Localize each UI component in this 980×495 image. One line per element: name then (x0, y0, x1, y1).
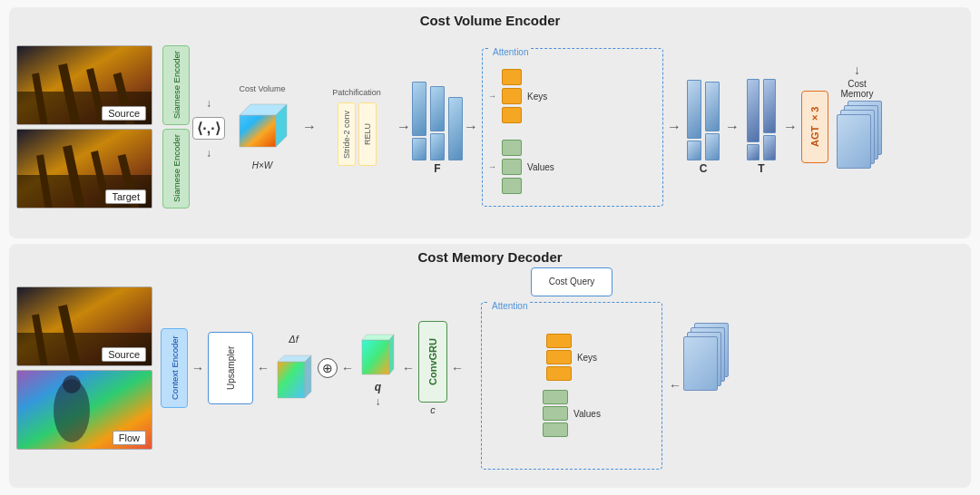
agt-box: AGT ×3 (801, 91, 828, 163)
svg-marker-22 (278, 362, 305, 398)
plus-symbol: ⊕ (318, 358, 338, 378)
convgru-box: ConvGRU (418, 321, 447, 403)
bottom-section: Cost Memory Decoder Source (9, 244, 971, 488)
source-image-bottom: Source (16, 286, 152, 366)
stride2conv-block: Stride-2 conv (338, 102, 356, 166)
relu-block: RELU (358, 102, 377, 166)
left-images-top: Source Target (16, 45, 157, 209)
hw-label: H×W (252, 160, 273, 170)
cost-volume-group: Cost Volume (226, 84, 299, 170)
bottom-inner: Source (16, 268, 964, 468)
keys-label-top: Keys (527, 92, 547, 102)
context-encoder: Context Encoder (161, 328, 188, 408)
q-label: q (375, 381, 381, 393)
attention-label-bottom: Attention (489, 301, 530, 311)
cost-query-box: Cost Query (531, 267, 612, 296)
values-squares (502, 140, 522, 194)
t-feature-maps: T (743, 79, 779, 175)
t-label: T (758, 162, 764, 175)
left-images-bottom: Source (16, 286, 157, 450)
c-feature-maps: C (685, 79, 721, 175)
flow-label: Flow (113, 431, 146, 445)
cost-memory-stack-bottom (683, 323, 724, 413)
values-label-top: Values (527, 162, 554, 172)
cost-memory-label: Cost Memory (832, 79, 882, 99)
arrow-into-attention: ← (669, 378, 681, 393)
target-image-top: Target (16, 129, 152, 209)
svg-marker-24 (305, 355, 311, 398)
bottom-keys-group: Keys (546, 334, 597, 381)
c-label: C (700, 162, 708, 175)
svg-marker-12 (240, 115, 276, 147)
q-block (358, 329, 398, 379)
siamese-encoders-top: Siamese Encoder Siamese Encoder (161, 45, 191, 209)
arrow-right-2: → (397, 119, 411, 135)
arrow-down-q: ↓ (376, 395, 381, 408)
keys-squares (502, 69, 522, 123)
svg-point-21 (63, 375, 81, 393)
bottom-keys-label: Keys (577, 353, 597, 363)
target-group-top: Target (16, 129, 157, 209)
arrow-from-upsampler: ← (257, 361, 270, 375)
delta-f-block (273, 348, 314, 403)
c-bottom-label: c (430, 404, 436, 415)
arrow-down-1: ↓ (206, 97, 211, 110)
f-label: F (434, 162, 440, 175)
corr-group: ↓ ⟨·,·⟩ ↓ (195, 95, 222, 160)
arrow-from-convgru: ← (402, 361, 415, 375)
bottom-keys-blocks (546, 334, 572, 381)
flow-image: Flow (16, 370, 152, 450)
source-label-bottom: Source (102, 347, 146, 362)
arrow-to-plus: ← (341, 361, 354, 375)
svg-marker-27 (389, 335, 394, 374)
siamese-encoder-bottom: Siamese Encoder (162, 129, 190, 209)
arrow-right-4: → (667, 119, 681, 135)
source-group-top: Source (16, 45, 157, 125)
arrow-context-right: → (191, 361, 204, 375)
attention-box-bottom: Attention Keys (481, 302, 662, 470)
arrow-down-2: ↓ (206, 147, 211, 160)
arrow-right-1: → (302, 119, 317, 135)
svg-marker-25 (362, 340, 389, 374)
arrow-right-6: → (783, 119, 798, 135)
attention-label-top: Attention (490, 47, 531, 57)
cost-volume-3d-icon (230, 97, 294, 160)
patchification-label: Patchification (332, 88, 381, 97)
top-inner: Source Target (16, 32, 964, 222)
correlation-symbol: ⟨·,·⟩ (192, 117, 224, 140)
arrow-from-attention-bottom: ← (451, 361, 464, 375)
bottom-values-blocks (543, 390, 568, 437)
bottom-values-group: Values (543, 390, 601, 437)
attention-box-top: Attention → Keys → (482, 48, 663, 207)
svg-marker-26 (362, 335, 394, 340)
target-label-top: Target (105, 189, 146, 204)
f-feature-maps: F (415, 79, 460, 175)
cost-memory-stack (837, 101, 877, 191)
bottom-title: Cost Memory Decoder (16, 249, 964, 265)
arrow-down-agt: ↓ (854, 63, 860, 77)
source-image-top: Source (16, 45, 152, 125)
bottom-values-label: Values (573, 409, 601, 419)
source-label-top: Source (102, 106, 146, 121)
arrow-right-5: → (725, 119, 740, 135)
delta-f-label: Δf (289, 334, 298, 345)
main-container: Cost Volume Encoder (0, 0, 980, 495)
top-title: Cost Volume Encoder (16, 13, 964, 28)
siamese-encoder-top: Siamese Encoder (162, 45, 190, 125)
cost-volume-label: Cost Volume (239, 84, 285, 93)
top-section: Cost Volume Encoder (9, 7, 971, 238)
upsampler-box: Upsampler (208, 332, 253, 404)
patchification-group: Patchification Stride-2 conv RELU (320, 88, 393, 166)
arrow-right-3: → (464, 119, 478, 135)
